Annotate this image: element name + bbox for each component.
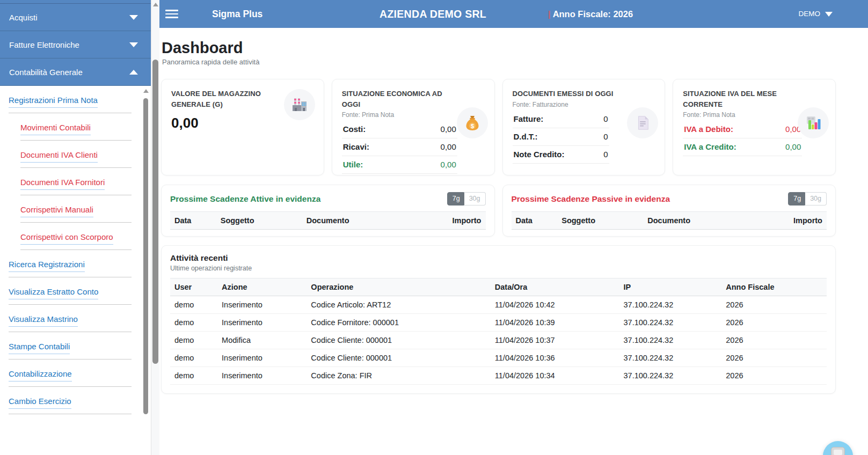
topbar: Sigma Plus AZIENDA DEMO SRL |Anno Fiscal… xyxy=(159,0,868,28)
sidebar-section-fatture-elettroniche[interactable]: Fatture Elettroniche xyxy=(0,31,151,58)
sidebar-submenu: Registrazioni Prima Nota Movimenti Conta… xyxy=(0,86,151,414)
card-title: DOCUMENTI EMESSI DI OGGI xyxy=(513,89,620,99)
toggle-30g-button[interactable]: 30g xyxy=(805,192,827,206)
cell-ip: 37.100.224.32 xyxy=(619,367,722,385)
submenu-scrollbar[interactable] xyxy=(143,88,149,455)
column-header: Data xyxy=(516,216,562,225)
sidebar-link[interactable]: Documenti IVA Fornitori xyxy=(20,178,105,190)
chevron-up-icon xyxy=(129,70,138,75)
column-header: IP xyxy=(619,278,722,296)
column-header: Soggetto xyxy=(221,216,307,225)
column-header: User xyxy=(170,278,217,296)
sidebar-item-corrispettivi-manuali[interactable]: Corrispettivi Manuali xyxy=(20,195,132,223)
sidebar-item-registrazioni-prima-nota[interactable]: Registrazioni Prima Nota xyxy=(9,86,132,113)
hamburger-menu-icon[interactable] xyxy=(165,10,178,19)
card-row-ddt: D.d.T.: 0 xyxy=(513,128,609,146)
row-label: D.d.T.: xyxy=(514,132,538,141)
sidebar-section-label: Fatture Elettroniche xyxy=(9,40,79,49)
user-menu-label: DEMO xyxy=(799,0,821,28)
row-value: 0,00 xyxy=(441,142,456,151)
sidebar-link[interactable]: Registrazioni Prima Nota xyxy=(9,96,98,108)
sidebar-scrollbar[interactable] xyxy=(151,0,159,455)
scadenze-passive-panel: Prossime Scadenze Passive in evidenza 7g… xyxy=(502,185,836,237)
column-header: Anno Fiscale xyxy=(721,278,827,296)
sidebar-link[interactable]: Cambio Esercizio xyxy=(9,397,71,409)
row-value: 0 xyxy=(603,114,608,123)
cell-dataora: 11/04/2026 10:34 xyxy=(491,367,619,385)
page-subtitle: Panoramica rapida delle attività xyxy=(162,58,836,66)
sidebar-item-cambio-esercizio[interactable]: Cambio Esercizio xyxy=(9,387,132,414)
cell-anno: 2026 xyxy=(721,332,827,349)
cell-ip: 37.100.224.32 xyxy=(619,314,722,332)
sidebar-link[interactable]: Corrispettivi con Scorporo xyxy=(20,232,113,245)
fiscal-text: Anno Fiscale: 2026 xyxy=(553,9,633,19)
submenu-scrollbar-thumb[interactable] xyxy=(143,98,148,414)
sidebar-link[interactable]: Contabilizzazione xyxy=(9,369,72,381)
table-row: demo Modifica Codice Cliente: 000001 11/… xyxy=(170,332,827,349)
sidebar-item-documenti-iva-fornitori[interactable]: Documenti IVA Fornitori xyxy=(20,168,132,195)
bar-chart-icon xyxy=(798,107,829,138)
sidebar-section-contabilita-generale[interactable]: Contabilità Generale xyxy=(0,58,151,86)
row-value: 0,00 xyxy=(785,142,801,151)
cell-user: demo xyxy=(170,367,217,385)
sidebar-item-visualizza-estratto-conto[interactable]: Visualizza Estratto Conto xyxy=(9,277,132,305)
scadenze-passive-title: Prossime Scadenze Passive in evidenza xyxy=(512,194,670,204)
svg-text:$: $ xyxy=(470,123,473,129)
chevron-down-icon xyxy=(129,15,138,20)
card-situazione-iva: SITUAZIONE IVA DEL MESE CORRENTE Fonte: … xyxy=(673,79,836,175)
table-row: demo Inserimento Codice Fornitore: 00000… xyxy=(170,314,827,332)
card-valore-magazzino: VALORE DEL MAGAZZINO GENERALE (G) 0,00 xyxy=(161,79,324,175)
sidebar-item-stampe-contabili[interactable]: Stampe Contabili xyxy=(9,332,132,359)
scadenze-row: Prossime Scadenze Attive in evidenza 7g … xyxy=(161,185,836,237)
factory-icon xyxy=(284,89,315,120)
sidebar-link[interactable]: Visualizza Mastrino xyxy=(9,314,78,327)
user-menu[interactable]: DEMO xyxy=(799,0,833,28)
sidebar-item-ricerca-registrazioni[interactable]: Ricerca Registrazioni xyxy=(9,250,132,277)
sidebar-item-movimenti-contabili[interactable]: Movimenti Contabili xyxy=(20,113,132,141)
cell-ip: 37.100.224.32 xyxy=(619,296,722,314)
sidebar-link[interactable]: Ricerca Registrazioni xyxy=(9,260,85,272)
cell-user: demo xyxy=(170,349,217,367)
scadenze-table-header: Data Soggetto Documento Importo xyxy=(512,211,827,230)
sidebar-section-acquisti[interactable]: Acquisti xyxy=(0,4,151,31)
toggle-7g-button[interactable]: 7g xyxy=(788,192,806,206)
period-toggle: 7g 30g xyxy=(788,192,827,206)
toggle-7g-button[interactable]: 7g xyxy=(447,192,465,206)
scroll-up-arrow-icon[interactable] xyxy=(153,3,158,6)
cell-anno: 2026 xyxy=(721,349,827,367)
sidebar: Acquisti Fatture Elettroniche Contabilit… xyxy=(0,0,151,455)
cell-operazione: Codice Cliente: 000001 xyxy=(307,332,490,349)
sidebar-section-label: Acquisti xyxy=(9,13,38,22)
sidebar-item-contabilizzazione[interactable]: Contabilizzazione xyxy=(9,359,132,387)
money-bag-icon: $ xyxy=(457,107,488,138)
row-value: 0,00 xyxy=(441,160,456,169)
column-header: Soggetto xyxy=(561,216,647,225)
card-row-note-credito: Note Credito: 0 xyxy=(513,146,609,164)
sidebar-link[interactable]: Corrispettivi Manuali xyxy=(20,205,93,217)
sidebar-link[interactable]: Visualizza Estratto Conto xyxy=(9,287,98,299)
sidebar-item-visualizza-mastrino[interactable]: Visualizza Mastrino xyxy=(9,305,132,332)
sidebar-item-documenti-iva-clienti[interactable]: Documenti IVA Clienti xyxy=(20,141,132,168)
cell-azione: Inserimento xyxy=(217,349,307,367)
cell-operazione: Codice Zona: FIR xyxy=(307,367,490,385)
cell-user: demo xyxy=(170,314,217,332)
card-source: Fonte: Fatturazione xyxy=(513,101,655,108)
sidebar-scrollbar-thumb[interactable] xyxy=(152,60,158,364)
sidebar-link[interactable]: Documenti IVA Clienti xyxy=(20,150,98,163)
table-row: demo Inserimento Codice Articolo: ART12 … xyxy=(170,296,827,314)
activity-table-header: User Azione Operazione Data/Ora IP Anno … xyxy=(170,278,827,296)
sidebar-link[interactable]: Stampe Contabili xyxy=(9,342,70,354)
scroll-up-arrow-icon[interactable] xyxy=(143,89,149,93)
cell-anno: 2026 xyxy=(721,367,827,385)
sidebar-item-corrispettivi-con-scorporo[interactable]: Corrispettivi con Scorporo xyxy=(20,223,132,250)
activity-subtitle: Ultime operazioni registrate xyxy=(170,265,827,272)
card-situazione-economica: SITUAZIONE ECONOMICA AD OGGI Fonte: Prim… xyxy=(332,79,495,175)
scadenze-attive-panel: Prossime Scadenze Attive in evidenza 7g … xyxy=(161,185,495,237)
dashboard-content: Dashboard Panoramica rapida delle attivi… xyxy=(161,28,836,394)
cell-anno: 2026 xyxy=(721,314,827,332)
kpi-cards-row: VALORE DEL MAGAZZINO GENERALE (G) 0,00 xyxy=(161,79,836,175)
cell-ip: 37.100.224.32 xyxy=(619,332,722,349)
sidebar-link[interactable]: Movimenti Contabili xyxy=(20,123,91,135)
row-label: Fatture: xyxy=(514,114,544,123)
toggle-30g-button[interactable]: 30g xyxy=(464,192,486,206)
